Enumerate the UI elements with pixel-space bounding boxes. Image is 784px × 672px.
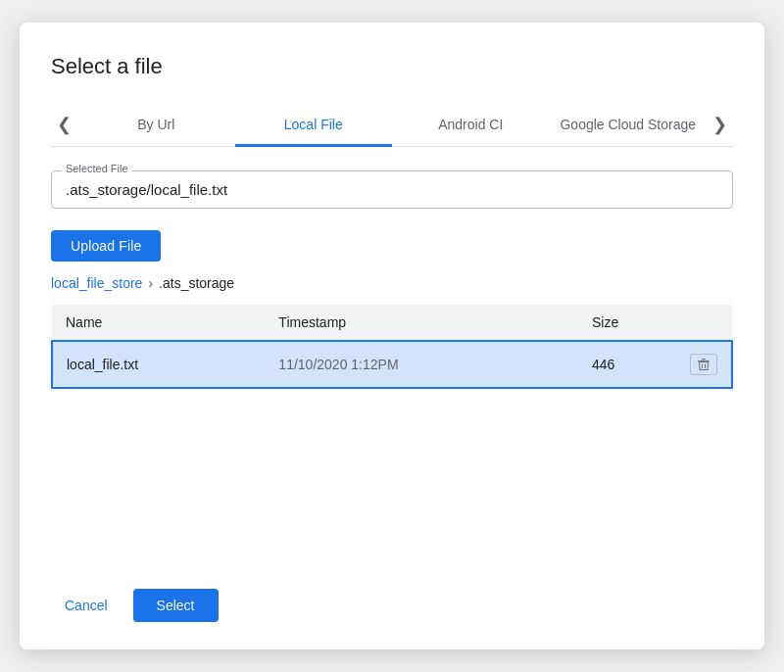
tab-android-ci[interactable]: Android CI (392, 103, 550, 147)
footer: Cancel Select (51, 569, 733, 622)
breadcrumb-current: .ats_storage (159, 275, 234, 291)
tab-left-arrow[interactable]: ❮ (51, 110, 77, 139)
tab-right-arrow[interactable]: ❯ (707, 110, 733, 139)
table-row[interactable]: local_file.txt 11/10/2020 1:12PM 446 (52, 341, 732, 388)
upload-file-button[interactable]: Upload File (51, 230, 161, 262)
file-table: Name Timestamp Size local_file.txt 11/10… (51, 305, 733, 389)
tabs-row: ❮ By Url Local File Android CI Google Cl… (51, 103, 733, 147)
select-button[interactable]: Select (133, 589, 219, 622)
cell-action (676, 341, 732, 388)
content-area: Selected File .ats_storage/local_file.tx… (51, 147, 733, 479)
cell-name: local_file.txt (52, 341, 265, 388)
table-header: Name Timestamp Size (52, 305, 732, 341)
table-header-row: Name Timestamp Size (52, 305, 732, 341)
breadcrumb-root[interactable]: local_file_store (51, 275, 142, 291)
breadcrumb-separator: › (148, 275, 153, 291)
col-header-action (676, 305, 732, 341)
tab-local-file[interactable]: Local File (235, 103, 393, 147)
delete-button[interactable] (690, 354, 717, 375)
cell-size: 446 (578, 341, 676, 388)
svg-rect-1 (702, 359, 706, 360)
cell-timestamp: 11/10/2020 1:12PM (265, 341, 578, 388)
tab-by-url[interactable]: By Url (77, 103, 235, 147)
breadcrumb: local_file_store › .ats_storage (51, 275, 733, 291)
tab-google-cloud-storage[interactable]: Google Cloud Storage (550, 103, 708, 147)
table-body: local_file.txt 11/10/2020 1:12PM 446 (52, 341, 732, 388)
selected-file-label: Selected File (62, 163, 132, 174)
selected-file-field: Selected File .ats_storage/local_file.tx… (51, 170, 733, 209)
dialog-title: Select a file (51, 54, 733, 79)
col-header-timestamp: Timestamp (265, 305, 578, 341)
cancel-button[interactable]: Cancel (51, 590, 122, 621)
col-header-size: Size (578, 305, 676, 341)
col-header-name: Name (52, 305, 265, 341)
trash-icon (697, 358, 710, 371)
selected-file-value: .ats_storage/local_file.txt (66, 181, 718, 198)
dialog: Select a file ❮ By Url Local File Androi… (20, 23, 764, 649)
